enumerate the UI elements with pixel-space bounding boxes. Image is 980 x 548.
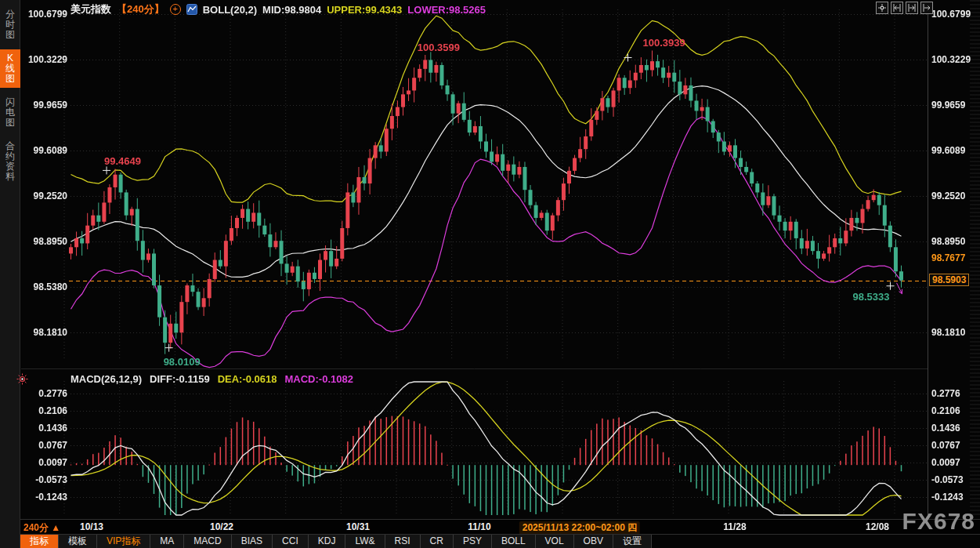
compress-time-axis-icon[interactable] (891, 2, 903, 14)
chart-type-sidebar: 分时图K线图闪电图合约资料 (0, 0, 20, 548)
symbol-name: 美元指数 (71, 2, 111, 16)
boll-lower-value: LOWER:98.5265 (407, 4, 486, 16)
x-axis-date-label: 11/10 (468, 521, 490, 532)
x-axis-highlighted-datetime: 2025/11/13 22:00~02:00 四 (519, 521, 640, 535)
sidebar-item-kline-chart[interactable]: K线图 (0, 49, 20, 88)
toolbar-button-bias[interactable]: BIAS (232, 535, 273, 548)
toolbar-button-vol[interactable]: VOL (536, 535, 574, 548)
toolbar-button-settings[interactable]: 设置 (613, 535, 652, 548)
toolbar-button-obv[interactable]: OBV (574, 535, 613, 548)
current-period-button[interactable]: 240分 ▲ (24, 521, 60, 535)
toolbar-button-psy[interactable]: PSY (454, 535, 492, 548)
chart-style-icon[interactable] (186, 4, 197, 15)
x-axis-date-label: 12/08 (866, 521, 889, 532)
add-compare-icon[interactable]: + (170, 4, 181, 15)
period-selector[interactable]: 【240分】 (117, 2, 165, 16)
toolbar-button-vip-indicator[interactable]: VIP指标 (97, 535, 150, 548)
x-axis-date-label: 10/22 (210, 521, 233, 532)
x-axis-date-label: 11/28 (723, 521, 746, 532)
toolbar-button-cr[interactable]: CR (421, 535, 454, 548)
toolbar-filler (652, 535, 980, 548)
time-axis-row (20, 519, 980, 535)
last-price-label: 98.5903 (929, 274, 969, 286)
boll-upper-value: UPPER:99.4343 (327, 4, 402, 16)
chart-header: 美元指数 【240分】 + BOLL(20,2) MID:98.9804 UPP… (71, 2, 486, 16)
shift-chart-right-icon[interactable] (920, 2, 933, 14)
toolbar-button-boll[interactable]: BOLL (492, 535, 536, 548)
boll-mid-value: MID:98.9804 (262, 4, 321, 16)
trading-app-window: 分时图K线图闪电图合约资料 美元指数 【240分】 + BOLL(20,2) M… (0, 0, 980, 548)
sidebar-item-flash-chart[interactable]: 闪电图 (0, 93, 20, 132)
macd-diff-value: DIFF:-0.1159 (150, 373, 210, 385)
watermark: FX678 (902, 508, 975, 535)
toolbar-button-kdj[interactable]: KDJ (309, 535, 346, 548)
toolbar-button-macd[interactable]: MACD (184, 535, 231, 548)
toolbar-button-ma[interactable]: MA (150, 535, 184, 548)
chart-canvas[interactable] (0, 0, 980, 548)
macd-dea-value: DEA:-0.0618 (218, 373, 277, 385)
macd-alert-icon[interactable] (16, 373, 28, 388)
bottom-toolbar: 指标模板VIP指标MAMACDBIASCCIKDJLW&RSICRPSYBOLL… (20, 534, 980, 548)
toolbar-button-indicator[interactable]: 指标 (20, 535, 59, 548)
prev-close-price-label: 98.7677 (931, 252, 965, 263)
macd-hist-value: MACD:-0.1082 (285, 373, 353, 385)
toolbar-button-lw[interactable]: LW& (345, 535, 385, 548)
sidebar-item-time-share-chart[interactable]: 分时图 (0, 5, 20, 44)
x-axis-date-label: 10/31 (346, 521, 370, 532)
toolbar-button-template[interactable]: 模板 (59, 535, 97, 548)
toolbar-button-cci[interactable]: CCI (273, 535, 309, 548)
macd-header: MACD(26,12,9) DIFF:-0.1159 DEA:-0.0618 M… (71, 373, 353, 385)
toolbar-button-rsi[interactable]: RSI (385, 535, 421, 548)
boll-params-label: BOLL(20,2) (203, 4, 257, 16)
sidebar-item-contract-info[interactable]: 合约资料 (0, 137, 20, 186)
crosshair-icon[interactable] (876, 2, 888, 14)
macd-params-label: MACD(26,12,9) (71, 373, 142, 385)
expand-time-axis-icon[interactable] (906, 2, 918, 14)
x-axis-date-label: 10/13 (80, 521, 103, 532)
chart-tools (876, 2, 933, 14)
